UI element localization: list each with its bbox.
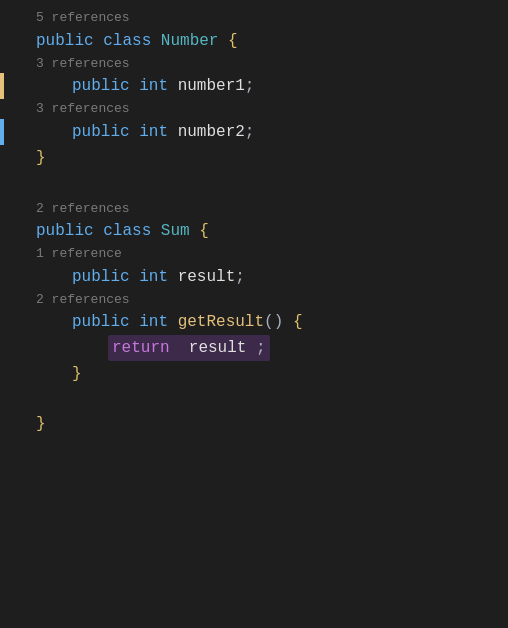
public-keyword-result: public — [72, 265, 130, 289]
return-value: result — [189, 339, 247, 357]
number2-name: number2 — [178, 120, 245, 144]
getresult-name: getResult — [178, 310, 264, 334]
class-sum-section: 2 references public class Sum { 1 refere… — [0, 199, 508, 438]
result-name: result — [178, 265, 236, 289]
open-brace: { — [228, 29, 238, 53]
number1-name: number1 — [178, 74, 245, 98]
blank-line-2 — [0, 387, 508, 411]
return-semi: ; — [256, 339, 266, 357]
getresult-method-line: public int getResult () { — [0, 309, 508, 335]
return-line: return result ; — [0, 335, 508, 361]
return-keyword: return — [112, 339, 170, 357]
number-close-brace-line: } — [0, 145, 508, 171]
int-keyword-result: int — [139, 265, 168, 289]
int-keyword-gr: int — [139, 310, 168, 334]
semi-result: ; — [235, 265, 245, 289]
sum-close-brace: } — [36, 412, 46, 436]
public-keyword: public — [36, 29, 94, 53]
sum-open-brace: { — [199, 219, 209, 243]
class-keyword-sum: class — [103, 219, 151, 243]
semi-n1: ; — [245, 74, 255, 98]
public-keyword-n2: public — [72, 120, 130, 144]
sum-class-line: public class Sum { — [0, 218, 508, 244]
number-class-line: public class Number { — [0, 28, 508, 54]
number-close-brace: } — [36, 146, 46, 170]
class-keyword: class — [103, 29, 151, 53]
result-refs: 1 reference — [0, 244, 508, 264]
code-editor: 5 references public class Number { 3 ref… — [0, 0, 508, 628]
getresult-params: () — [264, 310, 283, 334]
public-keyword-sum: public — [36, 219, 94, 243]
method-close-brace-line: } — [0, 361, 508, 387]
public-keyword-gr: public — [72, 310, 130, 334]
sum-class-refs: 2 references — [0, 199, 508, 219]
getresult-refs: 2 references — [0, 290, 508, 310]
int-keyword-n1: int — [139, 74, 168, 98]
method-close-brace: } — [72, 362, 82, 386]
number2-refs: 3 references — [0, 99, 508, 119]
number2-field-line: public int number2 ; — [0, 119, 508, 145]
number1-refs: 3 references — [0, 54, 508, 74]
result-field-line: public int result ; — [0, 264, 508, 290]
class-number-section: 5 references public class Number { 3 ref… — [0, 8, 508, 171]
sum-close-brace-line: } — [0, 411, 508, 437]
number-class-name: Number — [161, 29, 219, 53]
return-highlight: return result ; — [108, 335, 270, 361]
semi-n2: ; — [245, 120, 255, 144]
public-keyword-n1: public — [72, 74, 130, 98]
int-keyword-n2: int — [139, 120, 168, 144]
sum-class-name: Sum — [161, 219, 190, 243]
number1-field-line: public int number1 ; — [0, 73, 508, 99]
blank-line-1 — [0, 175, 508, 199]
method-open-brace: { — [293, 310, 303, 334]
number-class-refs: 5 references — [0, 8, 508, 28]
